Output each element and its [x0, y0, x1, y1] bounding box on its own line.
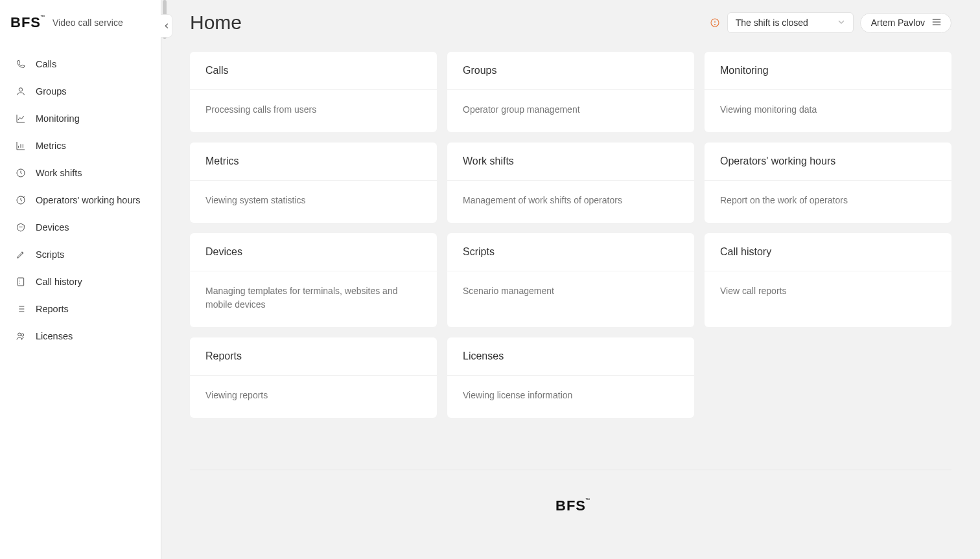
- sidebar-header: BFS Video call service: [0, 0, 161, 45]
- sidebar-collapse-button[interactable]: [161, 14, 172, 38]
- clock-icon: [16, 168, 26, 178]
- card-desc: Viewing license information: [447, 376, 694, 418]
- topbar: Home The shift is closed Artem Pavlov: [161, 0, 980, 45]
- card-desc: Viewing system statistics: [190, 181, 437, 223]
- cards-grid: Calls Processing calls from users Groups…: [161, 45, 980, 437]
- card-title: Calls: [190, 52, 437, 90]
- terminal-icon: [16, 222, 26, 233]
- card-devices[interactable]: Devices Managing templates for terminals…: [190, 233, 437, 327]
- clock-plus-icon: [16, 195, 26, 205]
- shift-status-icon: [709, 17, 721, 29]
- footer: BFS: [190, 470, 951, 542]
- sidebar-item-call-history[interactable]: Call history: [0, 268, 161, 295]
- card-groups[interactable]: Groups Operator group management: [447, 52, 694, 132]
- sidebar-item-reports[interactable]: Reports: [0, 295, 161, 323]
- card-monitoring[interactable]: Monitoring Viewing monitoring data: [705, 52, 951, 132]
- card-work-shifts[interactable]: Work shifts Management of work shifts of…: [447, 143, 694, 223]
- sidebar-item-label: Scripts: [36, 249, 64, 260]
- main-content: Home The shift is closed Artem Pavlov Ca…: [161, 0, 980, 559]
- sidebar-item-label: Work shifts: [36, 168, 82, 178]
- card-title: Operators' working hours: [705, 143, 951, 181]
- page-icon: [16, 277, 26, 287]
- menu-icon: [931, 17, 942, 29]
- svg-point-5: [21, 334, 24, 336]
- sidebar-item-monitoring[interactable]: Monitoring: [0, 105, 161, 132]
- user-menu-button[interactable]: Artem Pavlov: [860, 13, 951, 33]
- pen-icon: [16, 249, 26, 260]
- card-operators-hours[interactable]: Operators' working hours Report on the w…: [705, 143, 951, 223]
- sidebar-item-work-shifts[interactable]: Work shifts: [0, 159, 161, 187]
- page-title: Home: [190, 12, 242, 34]
- chevron-down-icon: [837, 17, 845, 28]
- topbar-right: The shift is closed Artem Pavlov: [709, 12, 951, 33]
- card-desc: Operator group management: [447, 90, 694, 132]
- chart-bar-icon: [16, 141, 26, 151]
- phone-icon: [16, 59, 26, 69]
- service-name: Video call service: [52, 17, 123, 28]
- card-title: Reports: [190, 337, 437, 376]
- sidebar-item-calls[interactable]: Calls: [0, 51, 161, 78]
- card-scripts[interactable]: Scripts Scenario management: [447, 233, 694, 327]
- sidebar: BFS Video call service Calls Groups Moni…: [0, 0, 161, 559]
- sidebar-item-label: Call history: [36, 277, 82, 287]
- card-title: Metrics: [190, 143, 437, 181]
- sidebar-item-scripts[interactable]: Scripts: [0, 241, 161, 268]
- card-title: Licenses: [447, 337, 694, 376]
- card-desc: Scenario management: [447, 271, 694, 314]
- card-desc: Viewing monitoring data: [705, 90, 951, 132]
- svg-point-4: [18, 333, 21, 336]
- sidebar-item-label: Licenses: [36, 331, 73, 341]
- card-title: Devices: [190, 233, 437, 271]
- card-licenses[interactable]: Licenses Viewing license information: [447, 337, 694, 418]
- sidebar-item-label: Devices: [36, 222, 69, 233]
- card-desc: Report on the work of operators: [705, 181, 951, 223]
- sidebar-item-operators-hours[interactable]: Operators' working hours: [0, 187, 161, 214]
- user-icon: [16, 86, 26, 97]
- card-desc: Management of work shifts of operators: [447, 181, 694, 223]
- svg-point-0: [19, 88, 22, 91]
- sidebar-item-groups[interactable]: Groups: [0, 78, 161, 105]
- chart-line-icon: [16, 113, 26, 124]
- brand-logo: BFS: [10, 14, 41, 31]
- card-calls[interactable]: Calls Processing calls from users: [190, 52, 437, 132]
- sidebar-item-label: Reports: [36, 304, 69, 314]
- card-desc: Viewing reports: [190, 376, 437, 418]
- list-icon: [16, 304, 26, 314]
- sidebar-item-label: Groups: [36, 86, 67, 97]
- users-icon: [16, 331, 26, 341]
- svg-point-7: [714, 25, 715, 25]
- sidebar-item-label: Operators' working hours: [36, 195, 141, 205]
- card-title: Groups: [447, 52, 694, 90]
- sidebar-item-licenses[interactable]: Licenses: [0, 323, 161, 350]
- card-desc: Managing templates for terminals, websit…: [190, 271, 437, 327]
- card-title: Call history: [705, 233, 951, 271]
- card-call-history[interactable]: Call history View call reports: [705, 233, 951, 327]
- card-desc: View call reports: [705, 271, 951, 314]
- card-metrics[interactable]: Metrics Viewing system statistics: [190, 143, 437, 223]
- shift-status-label: The shift is closed: [736, 17, 808, 28]
- sidebar-item-label: Metrics: [36, 141, 66, 151]
- card-title: Scripts: [447, 233, 694, 271]
- card-title: Monitoring: [705, 52, 951, 90]
- shift-status-select[interactable]: The shift is closed: [727, 12, 854, 33]
- svg-rect-3: [18, 278, 23, 286]
- footer-logo: BFS: [555, 497, 586, 514]
- card-reports[interactable]: Reports Viewing reports: [190, 337, 437, 418]
- card-title: Work shifts: [447, 143, 694, 181]
- user-name: Artem Pavlov: [871, 17, 925, 28]
- sidebar-item-devices[interactable]: Devices: [0, 214, 161, 241]
- card-desc: Processing calls from users: [190, 90, 437, 132]
- sidebar-item-label: Monitoring: [36, 113, 80, 124]
- sidebar-item-metrics[interactable]: Metrics: [0, 132, 161, 159]
- sidebar-item-label: Calls: [36, 59, 56, 69]
- sidebar-nav: Calls Groups Monitoring Metrics Work shi…: [0, 45, 161, 355]
- chevron-left-icon: [163, 20, 170, 32]
